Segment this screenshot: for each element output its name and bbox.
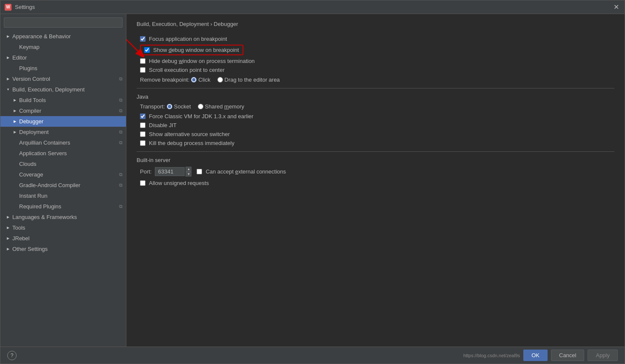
close-button[interactable]: ✕ <box>612 3 620 11</box>
arrow-icon <box>12 98 17 103</box>
force-classic-vm-checkbox[interactable] <box>140 114 146 119</box>
remove-breakpoint-click-radio[interactable] <box>191 77 197 82</box>
copy-icon: ⧉ <box>119 76 123 82</box>
remove-breakpoint-row: Remove breakpoint: Click Drag to the edi… <box>137 77 614 83</box>
hide-debug-window-row: Hide debug window on process termination <box>137 58 614 64</box>
scroll-exec-label: Scroll execution point to center <box>149 67 225 73</box>
arrow-icon <box>6 247 11 252</box>
settings-window: W Settings ✕ Appearance & Behavior Keyma… <box>0 0 625 364</box>
sidebar-item-plugins[interactable]: Plugins <box>0 63 126 74</box>
sidebar-item-editor[interactable]: Editor <box>0 52 126 63</box>
sidebar-item-required-plugins[interactable]: Required Plugins ⧉ <box>0 201 126 212</box>
bottom-bar: ? https://blog.csdn.net/zeal9s OK Cancel… <box>0 347 625 364</box>
help-button[interactable]: ? <box>7 351 17 360</box>
sidebar-item-deployment[interactable]: Deployment ⧉ <box>0 127 126 137</box>
sidebar-item-app-servers[interactable]: Application Servers <box>0 148 126 159</box>
arrow-icon <box>12 119 17 124</box>
cancel-button[interactable]: Cancel <box>551 350 584 361</box>
sidebar-item-build-execution[interactable]: Build, Execution, Deployment <box>0 84 126 95</box>
copy-icon: ⧉ <box>119 108 123 114</box>
sidebar-item-appearance[interactable]: Appearance & Behavior <box>0 31 126 42</box>
svg-line-1 <box>126 28 138 51</box>
disable-jit-row: Disable JIT <box>137 122 614 128</box>
kill-debug-checkbox[interactable] <box>140 140 146 146</box>
allow-unsigned-checkbox[interactable] <box>140 180 146 186</box>
disable-jit-label: Disable JIT <box>149 122 177 128</box>
hide-debug-window-checkbox[interactable] <box>140 58 146 64</box>
copy-icon: ⧉ <box>119 172 123 177</box>
scroll-exec-checkbox[interactable] <box>140 67 146 73</box>
sidebar-item-coverage[interactable]: Coverage ⧉ <box>0 169 126 180</box>
can-accept-external-label: Can accept external connections <box>205 168 286 175</box>
settings-content: Build, Execution, Deployment › Debugger … <box>126 14 625 347</box>
highlighted-checkbox-container: Show debug window on breakpoint <box>140 45 243 55</box>
arrow-icon <box>6 225 11 230</box>
sidebar-item-debugger[interactable]: Debugger <box>0 116 126 127</box>
sidebar-item-instant-run[interactable]: Instant Run <box>0 191 126 201</box>
sidebar-item-other-settings[interactable]: Other Settings <box>0 244 126 254</box>
arrow-icon <box>12 108 17 114</box>
breadcrumb: Build, Execution, Deployment › Debugger <box>137 21 614 27</box>
remove-breakpoint-label: Remove breakpoint: <box>140 77 189 83</box>
transport-shared-label: Shared memory <box>205 103 245 110</box>
sidebar-item-version-control[interactable]: Version Control ⧉ <box>0 74 126 84</box>
sidebar-item-compiler[interactable]: Compiler ⧉ <box>0 105 126 116</box>
disable-jit-checkbox[interactable] <box>140 122 146 128</box>
sidebar-item-gradle-android[interactable]: Gradle-Android Compiler ⧉ <box>0 180 126 191</box>
allow-unsigned-row: Allow unsigned requests <box>137 180 614 186</box>
show-debug-window-checkbox[interactable] <box>144 47 150 53</box>
remove-breakpoint-click-label: Click <box>198 77 210 83</box>
show-debug-window-label: Show debug window on breakpoint <box>153 47 239 53</box>
java-section-title: Java <box>137 94 614 100</box>
search-input[interactable] <box>4 17 123 28</box>
force-classic-vm-label: Force Classic VM for JDK 1.3.x and earli… <box>149 113 254 119</box>
can-accept-external-checkbox[interactable] <box>197 169 202 174</box>
sidebar-item-keymap[interactable]: Keymap <box>0 42 126 52</box>
builtin-server-title: Built-in server <box>137 157 614 163</box>
remove-breakpoint-drag-radio[interactable] <box>217 77 223 82</box>
apply-button[interactable]: Apply <box>588 350 618 361</box>
port-up-button[interactable]: ▲ <box>186 167 191 172</box>
show-alt-source-checkbox[interactable] <box>140 131 146 137</box>
titlebar: W Settings ✕ <box>0 0 625 14</box>
sidebar-item-arquillian[interactable]: Arquillian Containers ⧉ <box>0 137 126 148</box>
arrow-icon <box>6 236 11 241</box>
arrow-icon <box>6 55 11 60</box>
copy-icon: ⧉ <box>119 182 123 188</box>
transport-socket-radio[interactable] <box>167 104 172 109</box>
arrow-icon <box>6 215 11 220</box>
sidebar-item-languages[interactable]: Languages & Frameworks <box>0 212 126 222</box>
sidebar-item-build-tools[interactable]: Build Tools ⧉ <box>0 95 126 105</box>
focus-on-breakpoint-checkbox[interactable] <box>140 36 146 42</box>
port-row: Port: ▲ ▼ Can accept external connection… <box>137 167 614 176</box>
force-classic-vm-row: Force Classic VM for JDK 1.3.x and earli… <box>137 113 614 119</box>
kill-debug-row: Kill the debug process immediately <box>137 140 614 146</box>
focus-on-breakpoint-row: Focus application on breakpoint <box>137 36 614 42</box>
show-alt-source-label: Show alternative source switcher <box>149 131 230 137</box>
sidebar-item-clouds[interactable]: Clouds <box>0 159 126 169</box>
transport-socket-label: Socket <box>174 103 191 110</box>
ok-button[interactable]: OK <box>523 350 548 361</box>
arrow-icon <box>6 34 11 39</box>
window-title: Settings <box>15 4 612 10</box>
bottom-bar-actions: https://blog.csdn.net/zeal9s OK Cancel A… <box>460 350 618 361</box>
spacer <box>12 45 17 50</box>
arrow-icon <box>12 130 17 135</box>
copy-icon: ⧉ <box>119 129 123 135</box>
main-content: Appearance & Behavior Keymap Editor Plug… <box>0 14 625 347</box>
sidebar-item-jrebel[interactable]: JRebel <box>0 233 126 244</box>
sidebar-item-tools[interactable]: Tools <box>0 222 126 233</box>
copy-icon: ⧉ <box>119 204 123 209</box>
port-input[interactable] <box>155 167 185 176</box>
sidebar: Appearance & Behavior Keymap Editor Plug… <box>0 14 126 347</box>
arrow-icon <box>6 87 11 92</box>
show-alt-source-row: Show alternative source switcher <box>137 131 614 137</box>
app-icon: W <box>5 4 11 11</box>
kill-debug-label: Kill the debug process immediately <box>149 140 234 146</box>
spacer <box>12 66 17 71</box>
transport-shared-radio[interactable] <box>198 104 203 109</box>
copy-icon: ⧉ <box>119 97 123 103</box>
transport-row: Transport: Socket Shared memory <box>137 103 614 110</box>
watermark: https://blog.csdn.net/zeal9s <box>463 353 520 358</box>
port-down-button[interactable]: ▼ <box>186 172 191 177</box>
